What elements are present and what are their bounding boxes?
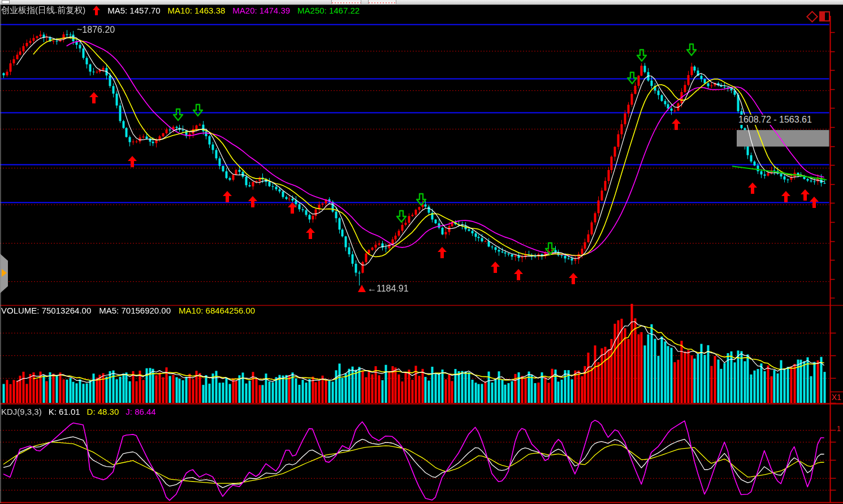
ma5-value: MA5: 1457.70 (107, 6, 160, 15)
chart-header: 创业板指(日线.前复权) MA5: 1457.70 MA10: 1463.38 … (1, 5, 360, 16)
toolbar-icon-button[interactable] (2, 0, 10, 4)
kdj-j-value: J: 86.44 (126, 407, 155, 416)
ma10-value: MA10: 1463.38 (168, 6, 226, 15)
split-window-icon[interactable] (819, 11, 830, 21)
low-price-annotation: ←1184.91 (368, 284, 409, 294)
volume-value: VOLUME: 75013264.00 (1, 306, 91, 315)
ma20-value: MA20: 1474.39 (232, 6, 290, 15)
up-arrow-icon (93, 6, 100, 15)
window-left-edge (0, 5, 1, 503)
kdj-title: KDJ(9,3,3) (1, 407, 42, 416)
volume-header: VOLUME: 75013264.00 MA5: 70156920.00 MA1… (1, 306, 255, 315)
top-toolbar (0, 0, 843, 5)
kdj-k-value: K: 61.01 (49, 407, 80, 416)
price-volume-kdj-chart-canvas[interactable] (0, 0, 843, 504)
trading-app-window: 创业板指(日线.前复权) MA5: 1457.70 MA10: 1463.38 … (0, 0, 843, 504)
expand-arrow-icon (2, 269, 7, 277)
kdj-d-value: D: 48.30 (87, 407, 119, 416)
gap-zone-label: 1608.72 - 1563.61 (737, 115, 813, 125)
sell-button-clipped[interactable] (368, 0, 396, 4)
volume-ma5: MA5: 70156920.00 (99, 306, 171, 315)
ma250-value: MA250: 1467.22 (297, 6, 360, 15)
high-price-annotation: ~1876.20 (77, 25, 115, 35)
kdj-axis-label-partial: 1 (837, 424, 841, 433)
x1-scale-label: X1 (832, 393, 841, 402)
symbol-title: 创业板指(日线.前复权) (1, 5, 85, 16)
buy-button-clipped[interactable] (331, 0, 361, 4)
kdj-header: KDJ(9,3,3) K: 61.01 D: 48.30 J: 86.44 (1, 407, 156, 416)
volume-ma10: MA10: 68464256.00 (179, 306, 255, 315)
